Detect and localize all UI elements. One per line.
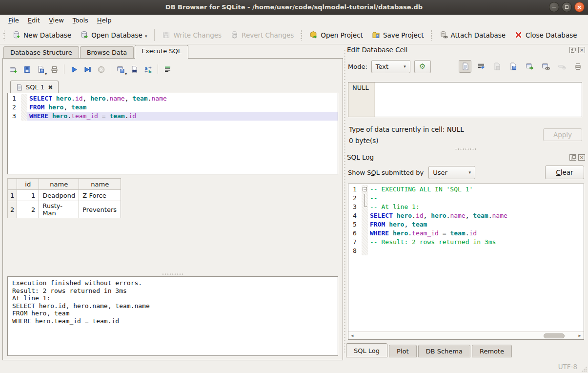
mode-select[interactable]: Text ▾ — [371, 60, 410, 73]
dock-splitter-handle[interactable] — [455, 148, 477, 150]
save-results-button[interactable]: ▾ — [115, 63, 127, 76]
tab-sql-log[interactable]: SQL Log — [346, 343, 387, 357]
close-button[interactable]: × — [574, 2, 585, 12]
save-results-dropdown-caret[interactable]: ▾ — [125, 72, 127, 76]
execute-all-button[interactable] — [68, 63, 80, 76]
table-row[interactable]: 1 1 Deadpond Z-Force — [8, 190, 121, 201]
table-row[interactable]: 2 2 Rusty-Man Preventers — [8, 201, 121, 218]
sql-log-view[interactable]: 1-- EXECUTING ALL IN 'SQL 1'2--3-- At li… — [348, 184, 584, 340]
close-dock-icon[interactable]: × — [578, 47, 585, 53]
edit-cell-dock-header[interactable]: Edit Database Cell × — [347, 45, 585, 55]
cell-id[interactable]: 2 — [17, 201, 39, 218]
new-database-button[interactable]: New Database — [8, 29, 76, 41]
clear-log-button[interactable]: Clear — [545, 166, 584, 179]
cell-id[interactable]: 1 — [17, 190, 39, 201]
print-sql-button[interactable] — [48, 63, 61, 76]
text-mode-button[interactable] — [459, 60, 471, 73]
sql-tab-bar: SQL 1 ✖ — [7, 78, 338, 93]
resize-grip[interactable] — [581, 366, 587, 372]
save-sql-dropdown-caret[interactable]: ▾ — [45, 72, 47, 76]
row-number[interactable]: 1 — [8, 190, 17, 201]
save-sql-file-button[interactable]: ▾ — [35, 63, 47, 76]
menu-file[interactable]: File — [4, 16, 23, 25]
tab-db-schema[interactable]: DB Schema — [418, 345, 470, 357]
pane-splitter[interactable] — [344, 49, 346, 353]
submitted-by-select[interactable]: User ▾ — [428, 166, 475, 179]
open-database-icon — [80, 31, 88, 39]
results-table: id name name 1 1 Deadpond Z-Force 2 2 Ru… — [7, 178, 121, 218]
find-replace-button[interactable]: ab — [142, 63, 154, 76]
set-null-button — [555, 60, 568, 73]
execution-message-box[interactable]: Execution finished without errors. Resul… — [7, 276, 338, 356]
sql-1-tab[interactable]: SQL 1 ✖ — [10, 81, 59, 93]
open-database-dropdown-caret[interactable]: ▾ — [145, 34, 147, 39]
new-sql-tab-button[interactable] — [7, 63, 20, 76]
attach-database-button[interactable]: Attach Database — [435, 29, 510, 41]
find-button[interactable] — [128, 63, 141, 76]
cell-team-name[interactable]: Preventers — [79, 201, 121, 218]
cell-hero-name[interactable]: Deadpond — [39, 190, 79, 201]
scroll-right-icon[interactable]: ▶ — [576, 333, 584, 338]
open-database-button[interactable]: Open Database ▾ — [76, 29, 151, 41]
execute-current-line-button[interactable] — [81, 63, 94, 76]
filter-label: Show SQL submitted by — [348, 169, 424, 176]
submitted-by-value: User — [433, 169, 447, 176]
open-project-button[interactable]: Open Project — [305, 29, 367, 41]
open-project-label: Open Project — [321, 31, 363, 39]
auto-switch-mode-button[interactable]: ⚙ — [414, 60, 431, 73]
save-project-button[interactable]: Save Project — [367, 29, 428, 41]
row-number[interactable]: 2 — [8, 201, 17, 218]
close-database-button[interactable]: Close Database — [510, 29, 581, 41]
maximize-button[interactable] — [562, 2, 572, 12]
toolbar-drag-handle[interactable] — [430, 30, 433, 41]
tab-remote[interactable]: Remote — [472, 345, 512, 357]
export-cell-data-button[interactable] — [507, 60, 520, 73]
open-database-label: Open Database — [91, 31, 142, 39]
float-dock-icon[interactable] — [569, 154, 576, 161]
tab-database-structure[interactable]: Database Structure — [3, 46, 79, 59]
open-sql-file-button[interactable] — [21, 63, 33, 76]
copy-link-button[interactable] — [539, 60, 552, 73]
open-in-external-button[interactable] — [523, 60, 536, 73]
text-document-icon — [462, 62, 469, 70]
gear-icon: ⚙ — [419, 62, 426, 71]
menu-edit[interactable]: Edit — [23, 16, 44, 25]
close-database-icon — [514, 31, 523, 39]
scrollbar-thumb[interactable] — [544, 333, 565, 338]
tab-plot[interactable]: Plot — [389, 345, 417, 357]
menu-view[interactable]: View — [44, 16, 68, 25]
cell-hero-name[interactable]: Rusty-Man — [39, 201, 79, 218]
print-cell-button[interactable] — [571, 60, 584, 73]
titlebar[interactable]: DB Browser for SQLite - /home/user/code/… — [0, 0, 588, 15]
results-header-name2[interactable]: name — [79, 179, 121, 190]
toolbar-drag-handle[interactable] — [300, 30, 303, 41]
chevron-down-icon: ▾ — [469, 170, 471, 175]
results-header-id[interactable]: id — [17, 179, 39, 190]
menu-tools[interactable]: Tools — [68, 16, 93, 25]
encoding-label[interactable]: UTF-8 — [558, 363, 577, 371]
horizontal-scrollbar[interactable]: ◀ ▶ — [348, 332, 584, 339]
sql-editor[interactable]: 1SELECT hero.id, hero.name, team.name2FR… — [7, 93, 338, 174]
menu-help[interactable]: Help — [93, 16, 116, 25]
minimize-button[interactable]: − — [549, 2, 559, 12]
mode-label: Mode: — [348, 63, 367, 70]
cell-edit-area[interactable] — [375, 83, 582, 117]
minimize-icon: − — [551, 4, 557, 10]
results-corner-header[interactable] — [8, 179, 17, 190]
scroll-left-icon[interactable]: ◀ — [348, 333, 356, 338]
format-sql-button[interactable] — [162, 63, 174, 76]
write-changes-label: Write Changes — [173, 31, 222, 39]
cell-value-editor[interactable]: NULL — [348, 82, 582, 117]
link-icon — [542, 62, 550, 70]
splitter-handle[interactable] — [162, 273, 184, 275]
close-sql-tab-icon[interactable]: ✖ — [48, 84, 53, 91]
tab-browse-data[interactable]: Browse Data — [80, 46, 134, 59]
float-dock-icon[interactable] — [569, 47, 576, 53]
cell-team-name[interactable]: Z-Force — [79, 190, 121, 201]
tab-execute-sql[interactable]: Execute SQL — [135, 45, 188, 59]
close-dock-icon[interactable]: × — [578, 154, 585, 161]
word-wrap-button[interactable] — [475, 60, 487, 73]
toolbar-drag-handle[interactable] — [3, 30, 6, 41]
results-header-name1[interactable]: name — [39, 179, 79, 190]
sql-log-dock-header[interactable]: SQL Log × — [347, 152, 585, 162]
